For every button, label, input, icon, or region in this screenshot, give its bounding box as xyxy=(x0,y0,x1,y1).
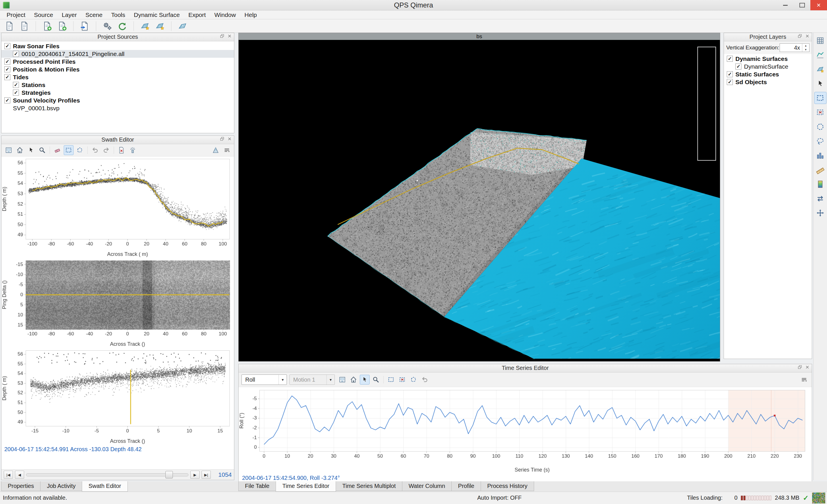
layer-item[interactable]: ✓Dynamic Surfaces xyxy=(724,55,812,63)
float-panel-button[interactable] xyxy=(219,34,225,40)
close-icon[interactable] xyxy=(805,364,810,372)
map-thumbnail[interactable] xyxy=(812,493,825,503)
save-view-icon[interactable] xyxy=(337,375,347,385)
close-panel-button[interactable] xyxy=(227,137,233,143)
tab-process-history[interactable]: Process History xyxy=(481,481,534,491)
filter-icon[interactable] xyxy=(128,145,138,155)
menu-dynamic-surface[interactable]: Dynamic Surface xyxy=(130,11,184,19)
save-project-icon[interactable] xyxy=(18,20,31,32)
ping-slider-handle[interactable] xyxy=(165,471,173,478)
close-icon[interactable] xyxy=(227,136,232,144)
histogram-icon[interactable] xyxy=(814,149,826,161)
eraser-icon[interactable] xyxy=(53,145,62,155)
checkbox[interactable]: ✓ xyxy=(4,97,10,103)
close-panel-button[interactable] xyxy=(227,34,233,40)
source-item[interactable]: ✓Sound Velocity Profiles xyxy=(1,97,234,104)
ruler-icon[interactable] xyxy=(814,164,826,176)
float-panel-button[interactable] xyxy=(219,137,225,143)
float-panel-button[interactable] xyxy=(797,34,803,40)
undo-icon[interactable] xyxy=(90,145,100,155)
prev-ping-icon[interactable]: ◀ xyxy=(15,471,24,479)
swath-settings-icon[interactable] xyxy=(211,145,221,155)
float-icon[interactable] xyxy=(797,364,802,372)
menu-window[interactable]: Window xyxy=(210,11,240,19)
close-button[interactable]: × xyxy=(810,0,827,10)
zoom-icon[interactable] xyxy=(371,375,381,385)
menu-export[interactable]: Export xyxy=(184,11,210,19)
undo-icon[interactable] xyxy=(420,375,430,385)
menu-help[interactable]: Help xyxy=(240,11,261,19)
float-panel-button[interactable] xyxy=(797,365,803,371)
swath-along-depth-plot[interactable] xyxy=(1,348,234,445)
swath-backscatter-plot[interactable] xyxy=(1,258,234,348)
source-item[interactable]: SVP_00001.bsvp xyxy=(1,104,234,112)
tab-swath-editor[interactable]: Swath Editor xyxy=(82,481,128,492)
colormap-icon[interactable] xyxy=(814,178,826,190)
create-static-surface-icon[interactable] xyxy=(154,20,166,32)
select-rect-icon[interactable] xyxy=(386,375,396,385)
create-dynamic-surface-icon[interactable] xyxy=(814,63,826,75)
export-surface-icon[interactable] xyxy=(177,20,189,32)
minimize-button[interactable] xyxy=(777,0,794,10)
source-item[interactable]: ✓Tides xyxy=(1,73,234,81)
cursor-icon[interactable] xyxy=(814,78,826,90)
menu-layer[interactable]: Layer xyxy=(57,11,81,19)
swath-across-depth-plot[interactable] xyxy=(1,156,234,258)
checkbox[interactable]: ✓ xyxy=(13,82,19,88)
preferences-icon[interactable] xyxy=(101,20,113,32)
close-icon[interactable] xyxy=(227,33,232,41)
create-dynamic-surface-icon[interactable] xyxy=(139,20,151,32)
layer-item[interactable]: ✓Static Surfaces xyxy=(724,70,812,78)
checkbox[interactable]: ✓ xyxy=(4,43,10,49)
tab-file-table[interactable]: File Table xyxy=(238,481,276,491)
close-panel-button[interactable] xyxy=(804,34,810,40)
layer-item[interactable]: ✓DynamicSurface xyxy=(724,63,812,70)
grid-icon[interactable] xyxy=(814,35,826,47)
checkbox[interactable]: ✓ xyxy=(727,56,733,62)
select-polygon-icon[interactable] xyxy=(408,375,419,385)
toolbar-menu-icon[interactable] xyxy=(799,375,809,385)
checkbox[interactable]: ✓ xyxy=(4,74,10,80)
close-panel-button[interactable] xyxy=(804,365,810,371)
lasso-icon[interactable] xyxy=(814,135,826,147)
source-item[interactable]: ✓Processed Point Files xyxy=(1,58,234,65)
float-icon[interactable] xyxy=(797,33,802,41)
select-circle-icon[interactable] xyxy=(814,120,826,133)
close-icon[interactable] xyxy=(805,33,810,41)
checkbox[interactable]: ✓ xyxy=(727,79,733,85)
menu-tools[interactable]: Tools xyxy=(107,11,130,19)
cursor-icon[interactable] xyxy=(360,375,370,385)
source-item[interactable]: ✓Strategies xyxy=(1,89,234,97)
checkbox[interactable]: ✓ xyxy=(4,59,10,65)
checkbox[interactable]: ✓ xyxy=(4,66,10,72)
menu-project[interactable]: Project xyxy=(2,11,30,19)
home-icon[interactable] xyxy=(15,145,25,155)
checkbox[interactable]: ✓ xyxy=(13,90,19,96)
roll-time-series-plot[interactable] xyxy=(239,387,812,474)
tab-time-series-editor[interactable]: Time Series Editor xyxy=(276,481,336,492)
tab-properties[interactable]: Properties xyxy=(1,481,41,491)
pan-icon[interactable] xyxy=(814,207,826,219)
menu-scene[interactable]: Scene xyxy=(81,11,107,19)
tab-profile[interactable]: Profile xyxy=(451,481,481,491)
select-cross-icon[interactable] xyxy=(814,106,826,118)
last-ping-icon[interactable]: ▶| xyxy=(202,471,211,479)
swap-layers-icon[interactable] xyxy=(814,192,826,204)
ping-slider[interactable] xyxy=(26,473,188,476)
menu-source[interactable]: Source xyxy=(30,11,57,19)
add-processed-files-icon[interactable] xyxy=(56,20,68,32)
spin-up-icon[interactable]: ▲ xyxy=(802,44,809,48)
first-ping-icon[interactable]: |◀ xyxy=(4,471,13,479)
maximize-button[interactable] xyxy=(794,0,810,10)
checkbox[interactable]: ✓ xyxy=(727,71,733,77)
checkbox[interactable]: ✓ xyxy=(13,51,19,57)
tab-job-activity[interactable]: Job Activity xyxy=(40,481,82,491)
reject-pings-icon[interactable] xyxy=(116,145,126,155)
select-cross-icon[interactable] xyxy=(397,375,407,385)
next-ping-icon[interactable]: ▶ xyxy=(190,471,200,479)
source-item[interactable]: ✓Position & Motion Files xyxy=(1,65,234,73)
home-icon[interactable] xyxy=(349,375,358,385)
tab-water-column[interactable]: Water Column xyxy=(402,481,452,491)
source-item[interactable]: ✓Stations xyxy=(1,81,234,89)
source-item[interactable]: ✓0010_20040617_154021_Pingeline.all xyxy=(1,50,234,58)
